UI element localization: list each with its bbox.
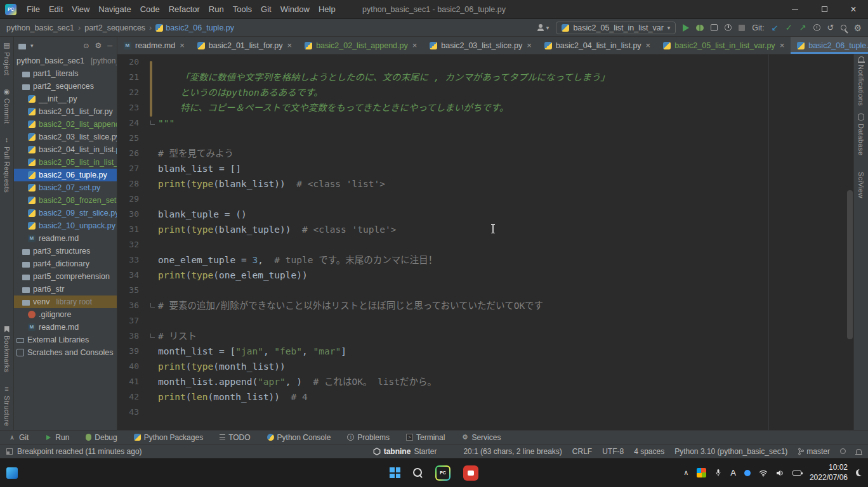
- menu-help[interactable]: Help: [314, 4, 340, 14]
- coverage-button[interactable]: [711, 24, 718, 31]
- minimize-button[interactable]: [780, 0, 810, 18]
- start-button[interactable]: [390, 467, 400, 478]
- close-icon[interactable]: ×: [527, 41, 532, 50]
- debug-button[interactable]: [696, 25, 704, 31]
- microphone-icon[interactable]: [714, 469, 722, 477]
- tool-stripe-notifications[interactable]: Notifications: [857, 56, 865, 106]
- git-push-button[interactable]: ↗: [799, 23, 806, 32]
- project-view-icon[interactable]: [18, 44, 26, 49]
- menu-file[interactable]: File: [22, 4, 44, 14]
- tree-item-scratches-and-consoles[interactable]: Scratches and Consoles: [14, 346, 117, 359]
- taskbar-clock[interactable]: 10:02 2022/07/06: [810, 463, 848, 483]
- settings-button[interactable]: ⚙: [853, 23, 862, 32]
- focus-assist-icon[interactable]: [856, 469, 863, 476]
- tree-item-basic2-04-list-in-list-py[interactable]: basic2_04_list_in_list.py: [14, 143, 117, 156]
- tool-button-problems[interactable]: Problems: [347, 433, 390, 442]
- tab-basic2-04-list-in-list-py[interactable]: basic2_04_list_in_list.py×: [538, 37, 657, 54]
- close-button[interactable]: ×: [839, 0, 868, 18]
- tree-item-external-libraries[interactable]: External Libraries: [14, 334, 117, 346]
- tool-stripe-commit[interactable]: ◉ Commit: [3, 88, 11, 124]
- gutter-line-29[interactable]: 29: [117, 192, 158, 207]
- gutter-line-32[interactable]: 32: [117, 237, 158, 252]
- run-button[interactable]: [683, 24, 689, 32]
- tab-basic2-02-list-append-py[interactable]: basic2_02_list_append.py×: [298, 37, 423, 54]
- red-app-icon[interactable]: [463, 465, 478, 481]
- ime-mode-indicator[interactable]: A: [730, 468, 736, 477]
- git-update-button[interactable]: ↙: [772, 23, 779, 32]
- gutter-line-41[interactable]: 41: [117, 374, 158, 389]
- fold-marker-icon[interactable]: [150, 334, 155, 338]
- widgets-icon[interactable]: [6, 467, 18, 479]
- tree-item-basic2-01-list-for-py[interactable]: basic2_01_list_for.py: [14, 105, 117, 118]
- gutter-line-37[interactable]: 37: [117, 313, 158, 328]
- rollback-button[interactable]: ↺: [827, 23, 834, 32]
- tool-button-git[interactable]: Git: [9, 433, 29, 442]
- tool-stripe-bookmarks[interactable]: Bookmarks: [3, 326, 11, 373]
- tree-item-basic2-05-list-in-list-var-py[interactable]: basic2_05_list_in_list_var.py: [14, 156, 117, 169]
- gutter-line-39[interactable]: 39: [117, 344, 158, 359]
- tree-item-part3-structures[interactable]: part3_structures: [14, 245, 117, 257]
- breadcrumb-python-basic-sec1[interactable]: python_basic_sec1: [6, 23, 74, 32]
- menu-refactor[interactable]: Refactor: [164, 4, 204, 14]
- tool-button-terminal[interactable]: Terminal: [406, 433, 445, 442]
- close-icon[interactable]: ×: [412, 41, 418, 50]
- tree-item-basic2-07-set-py[interactable]: basic2_07_set.py: [14, 181, 117, 194]
- search-everywhere-button[interactable]: [841, 25, 846, 30]
- close-icon[interactable]: ×: [180, 41, 185, 50]
- ime-icon[interactable]: [744, 470, 751, 476]
- tree-item-venv[interactable]: venvlibrary root: [14, 295, 117, 308]
- select-opened-file-icon[interactable]: ⊙: [83, 42, 89, 50]
- gutter-line-26[interactable]: 26: [117, 146, 158, 161]
- tool-stripe-project[interactable]: ▤ Project: [3, 42, 11, 75]
- fold-marker-icon[interactable]: [150, 120, 155, 125]
- indent-setting[interactable]: 4 spaces: [634, 447, 664, 456]
- menu-git[interactable]: Git: [256, 4, 276, 14]
- tree-item-readme-md[interactable]: readme.md: [14, 232, 117, 245]
- stop-button[interactable]: [739, 25, 745, 31]
- tree-item-part2-sequences[interactable]: part2_sequences: [14, 80, 117, 93]
- gutter-line-36[interactable]: 36: [117, 298, 158, 313]
- search-icon[interactable]: [413, 468, 423, 477]
- close-icon[interactable]: ×: [287, 41, 293, 50]
- tree-item-basic2-03-list-slice-py[interactable]: basic2_03_list_slice.py: [14, 131, 117, 143]
- menu-tools[interactable]: Tools: [228, 4, 256, 14]
- tool-button-python-console[interactable]: Python Console: [267, 433, 331, 442]
- hide-panel-icon[interactable]: ─: [107, 42, 112, 49]
- notifications-icon[interactable]: [856, 449, 862, 454]
- menu-edit[interactable]: Edit: [44, 4, 67, 14]
- tool-stripe-database[interactable]: Database: [857, 114, 865, 155]
- file-encoding[interactable]: UTF-8: [602, 447, 624, 456]
- breadcrumb-basic2-06-tuple-py[interactable]: basic2_06_tuple.py: [155, 23, 234, 32]
- interpreter[interactable]: Python 3.10 (python_basic_sec1): [674, 447, 787, 456]
- menu-code[interactable]: Code: [136, 4, 164, 14]
- gutter-line-42[interactable]: 42: [117, 389, 158, 405]
- fold-marker-icon[interactable]: [150, 303, 155, 308]
- tool-stripe-pull-requests[interactable]: ↕ Pull Requests: [3, 136, 11, 193]
- gutter-line-40[interactable]: 40: [117, 359, 158, 374]
- tool-stripe-sciview[interactable]: SciView: [857, 172, 865, 198]
- breadcrumb-part2-sequences[interactable]: part2_sequences: [84, 23, 145, 32]
- tab-readme-md[interactable]: readme.md×: [117, 37, 191, 54]
- tree-item-part5-comprehension[interactable]: part5_comprehension: [14, 270, 117, 283]
- tree-item-part4-dictionary[interactable]: part4_dictionary: [14, 257, 117, 270]
- indicator-icon[interactable]: [840, 448, 846, 454]
- chevron-down-icon[interactable]: ▾: [30, 42, 34, 49]
- gutter-line-27[interactable]: 27: [117, 161, 158, 176]
- gutter-line-33[interactable]: 33: [117, 252, 158, 268]
- tree-item-part6-str[interactable]: part6_str: [14, 283, 117, 295]
- gutter-line-28[interactable]: 28: [117, 176, 158, 192]
- editor-scrollbar[interactable]: [847, 190, 853, 339]
- tool-button-debug[interactable]: Debug: [86, 433, 117, 442]
- history-button[interactable]: [813, 24, 820, 31]
- tree-item-basic2-02-list-append-py[interactable]: basic2_02_list_append.py: [14, 118, 117, 131]
- tree-item-basic2-09-str-slice-py[interactable]: basic2_09_str_slice.py: [14, 207, 117, 219]
- menu-navigate[interactable]: Navigate: [94, 4, 135, 14]
- tool-windows-icon[interactable]: [6, 448, 13, 455]
- tool-button-python-packages[interactable]: Python Packages: [134, 433, 203, 442]
- tab-basic2-05-list-in-list-var-py[interactable]: basic2_05_list_in_list_var.py×: [657, 37, 791, 54]
- tree-item-readme-md[interactable]: readme.md: [14, 321, 117, 334]
- battery-icon[interactable]: [792, 471, 801, 476]
- tree-item-basic2-10-unpack-py[interactable]: basic2_10_unpack.py: [14, 219, 117, 232]
- code-editor[interactable]: 2021 「変数に数値や文字列を格納しようとしたのに、文の末尾に , カンマがあ…: [117, 55, 853, 430]
- pycharm-taskbar-icon[interactable]: PC: [435, 465, 450, 481]
